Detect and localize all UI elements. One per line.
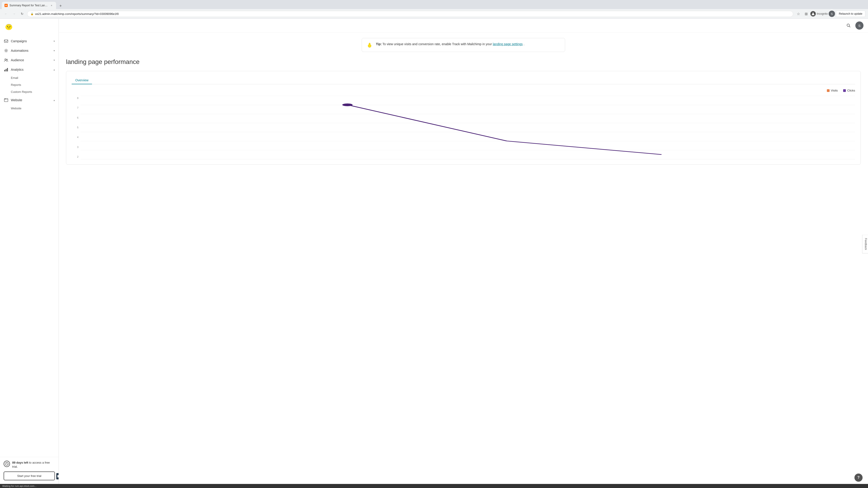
tab-favicon: M — [4, 4, 8, 7]
sidebar-sub-reports[interactable]: Reports — [0, 81, 59, 88]
tip-after: . — [524, 42, 524, 46]
legend-clicks-dot — [843, 89, 846, 92]
forward-btn[interactable]: → — [11, 11, 17, 17]
tab-close-btn[interactable]: × — [50, 4, 53, 7]
profile-btn[interactable]: S — [829, 11, 835, 17]
tip-icon — [366, 42, 373, 48]
automations-chevron: ▾ — [54, 49, 55, 52]
trial-info: 89 days left to access a free trial. — [4, 461, 55, 469]
svg-point-13 — [5, 99, 5, 99]
sidebar-ext — [56, 473, 59, 480]
app-container: Campaigns ▾ Automations ▾ Audience ▾ — [0, 19, 868, 484]
svg-point-16 — [847, 24, 849, 26]
svg-rect-10 — [6, 69, 6, 71]
sidebar-sub-email[interactable]: Email — [0, 74, 59, 81]
sidebar-sub-website[interactable]: Website — [0, 105, 59, 112]
svg-point-8 — [6, 59, 8, 60]
svg-rect-5 — [4, 40, 8, 42]
analytics-chevron: ▴ — [54, 68, 55, 71]
svg-point-7 — [5, 59, 6, 60]
search-btn[interactable] — [844, 22, 852, 30]
top-bar: S — [59, 19, 868, 33]
incognito-label: Incognito — [817, 12, 828, 15]
website-icon — [4, 98, 8, 103]
tip-banner: Tip: To view unique visits and conversio… — [362, 38, 565, 52]
tip-label: Tip: — [376, 42, 381, 46]
trial-days: 89 days left — [12, 461, 28, 464]
tip-main-text: To view unique visits and conversion rat… — [382, 42, 493, 46]
tip-link[interactable]: landing page settings — [493, 42, 523, 46]
mailchimp-logo — [4, 22, 13, 31]
content-area: Tip: To view unique visits and conversio… — [59, 33, 868, 484]
y-label-2: 2 — [72, 156, 79, 158]
y-label-5: 5 — [72, 126, 79, 129]
chart-legend: Visits Clicks — [72, 89, 855, 92]
bookmark-icon[interactable]: ☆ — [795, 10, 802, 17]
tab-bar: M Summary Report for Test Landin... × + — [0, 0, 868, 9]
svg-rect-9 — [4, 70, 5, 71]
sidebar-item-audience-label: Audience — [11, 58, 24, 62]
tab-title: Summary Report for Test Landin... — [9, 4, 48, 7]
browser-chrome: M Summary Report for Test Landin... × + … — [0, 0, 868, 19]
nav-icons: ☆ ⊞ Incognito S Relaunch to update — [795, 10, 865, 17]
sidebar-item-campaigns-label: Campaigns — [11, 39, 27, 43]
campaigns-chevron: ▾ — [54, 40, 55, 43]
reload-btn[interactable]: ↻ — [19, 11, 25, 17]
svg-point-2 — [6, 24, 11, 29]
user-avatar[interactable]: S — [855, 22, 864, 30]
sidebar-nav: Campaigns ▾ Automations ▾ Audience ▾ — [0, 35, 59, 457]
svg-point-4 — [9, 26, 10, 27]
chart-tabs: Overview — [72, 76, 855, 84]
extensions-icon[interactable]: ⊞ — [803, 10, 809, 17]
legend-visits-dot — [827, 89, 830, 92]
legend-visits-label: Visits — [831, 89, 838, 92]
y-label-8: 8 — [72, 97, 79, 99]
y-label-6: 6 — [72, 116, 79, 119]
sidebar-item-analytics[interactable]: Analytics ▴ — [0, 65, 59, 74]
y-label-3: 3 — [72, 146, 79, 149]
audience-icon — [4, 58, 8, 63]
sidebar-item-audience[interactable]: Audience ▾ — [0, 55, 59, 65]
address-bar[interactable]: 🔒 us21.admin.mailchimp.com/reports/summa… — [27, 11, 793, 17]
legend-clicks-label: Clicks — [847, 89, 855, 92]
sidebar-item-campaigns[interactable]: Campaigns ▾ — [0, 36, 59, 46]
trial-text: 89 days left to access a free trial. — [12, 461, 55, 469]
svg-point-6 — [5, 50, 7, 51]
sidebar-item-website-label: Website — [11, 98, 22, 102]
address-text: us21.admin.mailchimp.com/reports/summary… — [35, 12, 119, 15]
chart-y-axis: 8 7 6 5 4 3 2 — [72, 96, 79, 159]
sidebar-sub-custom-reports[interactable]: Custom Reports — [0, 88, 59, 95]
legend-visits: Visits — [827, 89, 838, 92]
trial-clock-icon — [4, 461, 10, 467]
tab-overview[interactable]: Overview — [72, 76, 92, 84]
start-trial-btn[interactable]: Start your free trial — [4, 471, 55, 480]
chart-plot — [81, 96, 855, 159]
y-label-4: 4 — [72, 136, 79, 138]
svg-point-18 — [342, 103, 352, 106]
sidebar-item-automations[interactable]: Automations ▾ — [0, 46, 59, 55]
audience-chevron: ▾ — [54, 59, 55, 62]
tip-text: Tip: To view unique visits and conversio… — [376, 42, 524, 46]
page-title: landing page performance — [66, 58, 861, 66]
campaigns-icon — [4, 39, 8, 43]
status-bar: Waiting for rum.api.intuit.com... — [0, 484, 868, 488]
chart-svg — [81, 96, 855, 159]
svg-rect-11 — [7, 68, 8, 71]
svg-point-3 — [7, 26, 8, 27]
chart-card: Overview Visits Clicks 8 — [66, 71, 861, 165]
relaunch-btn[interactable]: Relaunch to update — [836, 11, 865, 17]
sidebar-footer: 89 days left to access a free trial. Sta… — [0, 457, 59, 484]
website-chevron: ▴ — [54, 99, 55, 102]
active-tab[interactable]: M Summary Report for Test Landin... × — [2, 2, 56, 9]
back-btn[interactable]: ← — [3, 11, 9, 17]
sidebar-item-automations-label: Automations — [11, 49, 29, 53]
sidebar-item-website[interactable]: Website ▴ — [0, 95, 59, 105]
sidebar-item-analytics-label: Analytics — [11, 68, 24, 71]
help-btn[interactable]: ? — [855, 474, 863, 482]
feedback-tab[interactable]: Feedback — [862, 235, 868, 254]
incognito-icon — [810, 11, 816, 17]
sidebar-logo — [0, 19, 59, 35]
chart-area: 8 7 6 5 4 3 2 — [72, 96, 855, 159]
new-tab-btn[interactable]: + — [57, 3, 64, 9]
svg-point-14 — [5, 99, 6, 99]
